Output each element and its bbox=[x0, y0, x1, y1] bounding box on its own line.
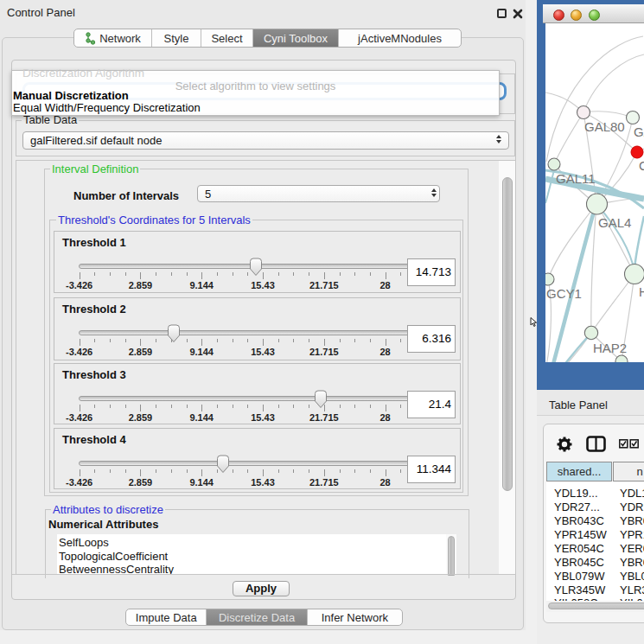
svg-text:GCY1: GCY1 bbox=[546, 286, 582, 301]
svg-text:C: C bbox=[639, 158, 644, 173]
svg-text:GAL11: GAL11 bbox=[556, 171, 596, 186]
svg-text:GAL80: GAL80 bbox=[584, 119, 625, 134]
svg-text:GA: GA bbox=[634, 124, 644, 139]
svg-text:GAL4: GAL4 bbox=[598, 215, 631, 230]
svg-text:HAP2: HAP2 bbox=[593, 341, 627, 355]
svg-text:H: H bbox=[639, 284, 644, 299]
